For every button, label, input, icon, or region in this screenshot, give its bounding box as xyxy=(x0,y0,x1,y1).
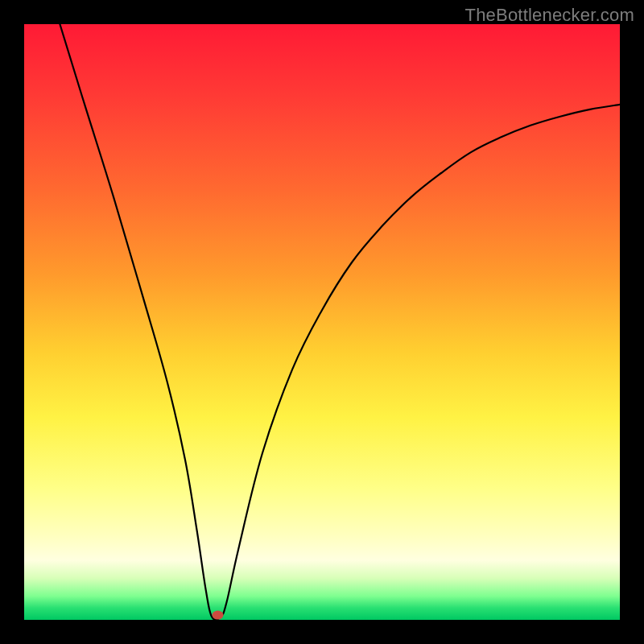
minimum-marker xyxy=(213,611,224,620)
watermark-text: TheBottlenecker.com xyxy=(465,5,634,26)
plot-area xyxy=(24,24,620,620)
bottleneck-curve xyxy=(60,24,620,620)
chart-frame: TheBottlenecker.com xyxy=(0,0,644,644)
curve-svg xyxy=(24,24,620,620)
